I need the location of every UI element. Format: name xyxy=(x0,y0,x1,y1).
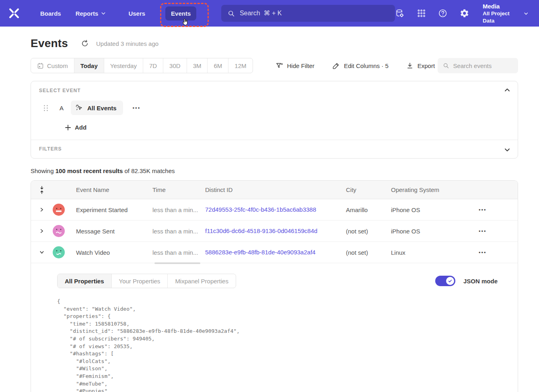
query-builder-card: SELECT EVENT A All Events ••• Add xyxy=(31,81,518,159)
project-scope: All Project Data xyxy=(483,10,518,24)
tab-all-properties[interactable]: All Properties xyxy=(58,274,111,288)
search-events-input[interactable] xyxy=(453,62,513,69)
tab-mixpanel-properties[interactable]: Mixpanel Properties xyxy=(167,274,236,288)
collapse-row-icon[interactable] xyxy=(37,247,47,258)
project-name: Media xyxy=(483,2,518,10)
collapse-all-icon[interactable] xyxy=(39,186,45,194)
row-more-button[interactable]: ••• xyxy=(476,205,489,215)
pencil-icon xyxy=(332,62,340,70)
collapse-section-icon[interactable] xyxy=(504,87,510,93)
expand-filters-icon[interactable] xyxy=(504,146,510,153)
toggle-knob xyxy=(446,277,454,285)
table-row[interactable]: Experiment Started less than a min... 72… xyxy=(31,199,518,221)
event-avatar xyxy=(53,225,65,237)
properties-tabs: All Properties Your Properties Mixpanel … xyxy=(57,274,236,288)
event-city: Amarillo xyxy=(346,206,391,213)
json-mode-label: JSON mode xyxy=(463,278,498,285)
magic-cursor-icon xyxy=(76,104,84,112)
refresh-icon[interactable] xyxy=(81,39,89,47)
page-title: Events xyxy=(31,37,68,50)
table-row[interactable]: Message Sent less than a min... f11c30d6… xyxy=(31,221,518,242)
search-icon xyxy=(228,10,235,17)
global-search[interactable] xyxy=(221,5,395,22)
nav-item-users[interactable]: Users xyxy=(123,6,151,21)
download-icon xyxy=(406,62,414,69)
table-header-row: Event Name Time Distinct ID City Operati… xyxy=(31,181,518,199)
hand-cursor-icon xyxy=(181,18,189,27)
range-today[interactable]: Today xyxy=(74,58,104,73)
distinct-id-link[interactable]: 5886283e-e9fb-48fb-81de-40e9093a2af4 xyxy=(205,249,315,256)
event-os: Linux xyxy=(391,249,467,256)
event-more-button[interactable]: ••• xyxy=(130,103,143,113)
events-table: Event Name Time Distinct ID City Operati… xyxy=(31,180,518,392)
col-header-event-name[interactable]: Event Name xyxy=(76,186,152,193)
json-mode-toggle[interactable] xyxy=(435,276,455,286)
event-row-letter: A xyxy=(60,105,64,111)
event-name: Experiment Started xyxy=(76,206,152,213)
hide-filter-button[interactable]: Hide Filter xyxy=(276,62,315,70)
drag-handle-icon[interactable] xyxy=(44,105,48,111)
select-event-label: SELECT EVENT xyxy=(39,88,510,93)
data-management-icon[interactable] xyxy=(395,8,404,19)
event-selector-chip[interactable]: All Events xyxy=(71,101,123,115)
range-3m[interactable]: 3M xyxy=(187,58,208,73)
help-icon[interactable] xyxy=(438,8,447,19)
tab-your-properties[interactable]: Your Properties xyxy=(111,274,168,288)
chevron-down-icon xyxy=(524,11,529,16)
nav-item-boards[interactable]: Boards xyxy=(35,6,67,21)
event-json-content: { "event": "Watch Video", "properties": … xyxy=(57,298,498,392)
event-avatar xyxy=(53,246,65,258)
range-custom[interactable]: Custom xyxy=(31,58,74,73)
event-time: less than a min... xyxy=(152,249,205,256)
table-row-expanded[interactable]: Watch Video less than a min... 5886283e-… xyxy=(31,242,518,263)
range-yesterday[interactable]: Yesterday xyxy=(104,58,143,73)
col-header-distinct-id[interactable]: Distinct ID xyxy=(205,186,346,193)
range-7d[interactable]: 7D xyxy=(143,58,163,73)
distinct-id-link[interactable]: f11c30d6-dc6d-4518-9136-0d046159c84d xyxy=(205,227,317,234)
event-time: less than a min... xyxy=(152,206,205,213)
event-city: (not set) xyxy=(346,249,391,256)
event-os: iPhone OS xyxy=(391,228,467,235)
funnel-icon xyxy=(276,62,283,70)
event-os: iPhone OS xyxy=(391,206,467,213)
mixpanel-logo-icon[interactable] xyxy=(7,6,21,20)
row-more-button[interactable]: ••• xyxy=(476,227,489,236)
distinct-id-link[interactable]: 72d49553-25fc-4f0c-b436-1b5ac6ab3388 xyxy=(205,206,316,213)
event-avatar xyxy=(53,204,65,216)
col-header-os[interactable]: Operating System xyxy=(391,186,467,193)
chevron-down-icon xyxy=(101,11,106,16)
search-icon xyxy=(443,62,449,69)
col-header-city[interactable]: City xyxy=(346,186,391,193)
apps-grid-icon[interactable] xyxy=(417,8,426,19)
row-more-button[interactable]: ••• xyxy=(476,248,489,257)
calendar-icon xyxy=(37,62,44,69)
plus-icon xyxy=(65,124,71,131)
top-navbar: Boards Reports Users Events xyxy=(0,0,539,27)
add-event-button[interactable]: Add xyxy=(65,124,510,131)
settings-gear-icon[interactable] xyxy=(460,8,469,19)
col-header-time[interactable]: Time xyxy=(152,186,205,193)
horizontal-scrollbar-thumb[interactable] xyxy=(154,262,200,264)
range-12m[interactable]: 12M xyxy=(228,58,252,73)
search-events-box[interactable] xyxy=(438,58,518,73)
date-range-control: Custom Today Yesterday 7D 30D 3M 6M 12M xyxy=(31,58,253,73)
event-city: (not set) xyxy=(346,228,391,235)
expand-row-icon[interactable] xyxy=(37,226,47,236)
expand-row-icon[interactable] xyxy=(37,204,47,215)
event-detail-panel: All Properties Your Properties Mixpanel … xyxy=(31,263,518,392)
global-search-input[interactable] xyxy=(240,10,389,17)
event-name: Watch Video xyxy=(76,249,152,256)
event-time: less than a min... xyxy=(152,228,205,235)
export-button[interactable]: Export xyxy=(406,62,435,69)
event-name: Message Sent xyxy=(76,228,152,235)
nav-item-reports[interactable]: Reports xyxy=(70,6,112,21)
filters-label: FILTERS xyxy=(39,146,510,152)
check-icon xyxy=(448,279,453,283)
range-30d[interactable]: 30D xyxy=(163,58,187,73)
project-switcher[interactable]: Media All Project Data xyxy=(483,2,529,25)
range-6m[interactable]: 6M xyxy=(207,58,228,73)
results-summary: Showing 100 most recent results of 82.35… xyxy=(31,167,518,174)
last-updated-text: Updated 3 minutes ago xyxy=(96,40,158,47)
edit-columns-button[interactable]: Edit Columns · 5 xyxy=(332,62,389,70)
